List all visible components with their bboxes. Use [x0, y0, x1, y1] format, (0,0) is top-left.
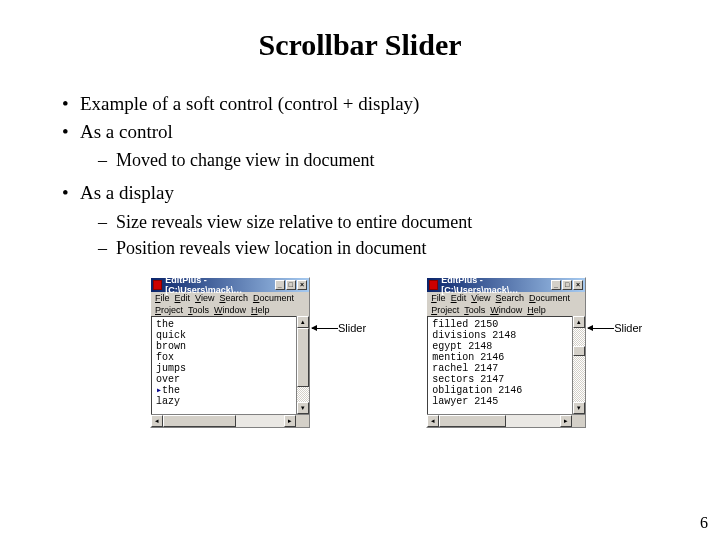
scroll-left-button[interactable]: ◂	[427, 415, 439, 427]
text-line: mention 2146	[432, 352, 568, 363]
scroll-thumb[interactable]	[297, 328, 309, 387]
menu-edit[interactable]: Edit	[175, 293, 191, 303]
vertical-scrollbar: ▴ ▾	[572, 316, 585, 414]
text-line: rachel 2147	[432, 363, 568, 374]
menu-help[interactable]: Help	[251, 305, 270, 315]
menu-document[interactable]: Document	[253, 293, 294, 303]
close-button[interactable]: ×	[297, 280, 307, 290]
bullet-list: Example of a soft control (control + dis…	[40, 90, 680, 261]
menu-tools[interactable]: Tools	[188, 305, 209, 315]
text-line: jumps	[156, 363, 292, 374]
menu-search[interactable]: Search	[496, 293, 525, 303]
callout-label: Slider	[614, 322, 642, 334]
text-line: the	[156, 319, 292, 330]
text-line: over	[156, 374, 292, 385]
scroll-up-button[interactable]: ▴	[573, 316, 585, 328]
figure-right: EditPlus - [C:\Users\mack\… _ □ × File E…	[426, 277, 642, 428]
app-icon	[429, 280, 438, 290]
maximize-button[interactable]: □	[562, 280, 572, 290]
titlebar: EditPlus - [C:\Users\mack\… _ □ ×	[427, 278, 585, 292]
scroll-down-button[interactable]: ▾	[573, 402, 585, 414]
menu-tools[interactable]: Tools	[464, 305, 485, 315]
scroll-right-button[interactable]: ▸	[284, 415, 296, 427]
text-line: quick	[156, 330, 292, 341]
app-icon	[153, 280, 162, 290]
sub-bullet-item: Moved to change view in document	[116, 147, 680, 173]
horizontal-scrollbar: ◂ ▸	[427, 414, 585, 427]
text-line: sectors 2147	[432, 374, 568, 385]
menubar-row2: Project Tools Window Help	[427, 304, 585, 316]
minimize-button[interactable]: _	[275, 280, 285, 290]
menu-search[interactable]: Search	[219, 293, 248, 303]
scroll-track[interactable]	[297, 328, 309, 402]
bullet-item: Example of a soft control (control + dis…	[80, 90, 680, 118]
maximize-button[interactable]: □	[286, 280, 296, 290]
figure-row: EditPlus - [C:\Users\mack\… _ □ × File E…	[150, 277, 680, 428]
text-line: obligation 2146	[432, 385, 568, 396]
menu-document[interactable]: Document	[529, 293, 570, 303]
bullet-item: As a control Moved to change view in doc…	[80, 118, 680, 174]
text-line: lazy	[156, 396, 292, 407]
bullet-item: As a display Size reveals view size rela…	[80, 179, 680, 261]
menu-window[interactable]: Window	[214, 305, 246, 315]
editor-window: EditPlus - [C:\Users\mack\… _ □ × File E…	[150, 277, 310, 428]
menu-edit[interactable]: Edit	[451, 293, 467, 303]
menubar-row1: File Edit View Search Document	[151, 292, 309, 304]
page-number: 6	[700, 514, 708, 532]
slide-title: Scrollbar Slider	[40, 28, 680, 62]
menubar-row1: File Edit View Search Document	[427, 292, 585, 304]
window-title: EditPlus - [C:\Users\mack\…	[441, 275, 550, 295]
arrow-icon	[312, 328, 338, 329]
scroll-left-button[interactable]: ◂	[151, 415, 163, 427]
text-line: ▸the	[156, 385, 292, 396]
text-line: fox	[156, 352, 292, 363]
sub-bullet-item: Position reveals view location in docume…	[116, 235, 680, 261]
scroll-down-button[interactable]: ▾	[297, 402, 309, 414]
text-line: egypt 2148	[432, 341, 568, 352]
close-button[interactable]: ×	[573, 280, 583, 290]
menu-file[interactable]: File	[155, 293, 170, 303]
menu-help[interactable]: Help	[527, 305, 546, 315]
slider-callout: Slider	[588, 322, 642, 334]
menu-view[interactable]: View	[471, 293, 490, 303]
menubar-row2: Project Tools Window Help	[151, 304, 309, 316]
scroll-thumb[interactable]	[573, 346, 585, 356]
menu-project[interactable]: Project	[155, 305, 183, 315]
text-area[interactable]: filled 2150 divisions 2148 egypt 2148 me…	[427, 316, 572, 414]
figure-left: EditPlus - [C:\Users\mack\… _ □ × File E…	[150, 277, 366, 428]
hscroll-track[interactable]	[163, 415, 284, 427]
hscroll-thumb[interactable]	[439, 415, 506, 427]
scroll-up-button[interactable]: ▴	[297, 316, 309, 328]
minimize-button[interactable]: _	[551, 280, 561, 290]
menu-file[interactable]: File	[431, 293, 446, 303]
callout-label: Slider	[338, 322, 366, 334]
text-line: lawyer 2145	[432, 396, 568, 407]
arrow-icon	[588, 328, 614, 329]
editor-window: EditPlus - [C:\Users\mack\… _ □ × File E…	[426, 277, 586, 428]
window-title: EditPlus - [C:\Users\mack\…	[165, 275, 274, 295]
sub-bullet-item: Size reveals view size relative to entir…	[116, 209, 680, 235]
text-area[interactable]: the quick brown fox jumps over ▸the lazy	[151, 316, 296, 414]
menu-window[interactable]: Window	[490, 305, 522, 315]
horizontal-scrollbar: ◂ ▸	[151, 414, 309, 427]
text-line: divisions 2148	[432, 330, 568, 341]
hscroll-track[interactable]	[439, 415, 560, 427]
text-line: filled 2150	[432, 319, 568, 330]
scroll-corner	[296, 415, 309, 427]
text-line: brown	[156, 341, 292, 352]
menu-view[interactable]: View	[195, 293, 214, 303]
titlebar: EditPlus - [C:\Users\mack\… _ □ ×	[151, 278, 309, 292]
scroll-corner	[572, 415, 585, 427]
vertical-scrollbar: ▴ ▾	[296, 316, 309, 414]
scroll-track[interactable]	[573, 328, 585, 402]
scroll-right-button[interactable]: ▸	[560, 415, 572, 427]
menu-project[interactable]: Project	[431, 305, 459, 315]
slider-callout: Slider	[312, 322, 366, 334]
hscroll-thumb[interactable]	[163, 415, 236, 427]
